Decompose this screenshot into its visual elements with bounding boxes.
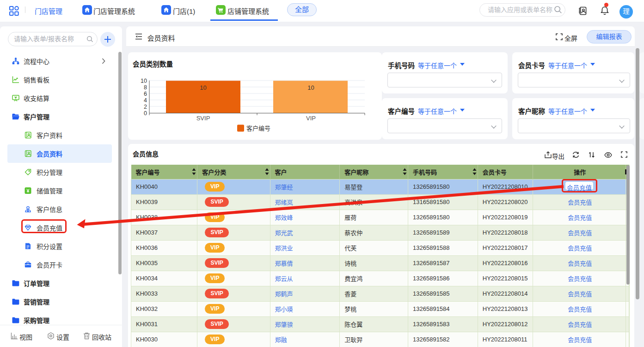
svg-text:10: 10 [200, 84, 206, 91]
svg-text:10: 10 [307, 84, 314, 91]
svg-text:客户编号: 客户编号 [246, 125, 270, 132]
svg-text:0: 0 [144, 110, 147, 117]
svg-text:4: 4 [144, 97, 147, 104]
svg-text:6: 6 [144, 91, 147, 97]
svg-text:10: 10 [141, 78, 147, 84]
svg-text:2: 2 [144, 104, 147, 110]
svg-text:8: 8 [144, 84, 147, 91]
svg-text:VIP: VIP [306, 115, 316, 122]
svg-text:SVIP: SVIP [196, 115, 210, 122]
